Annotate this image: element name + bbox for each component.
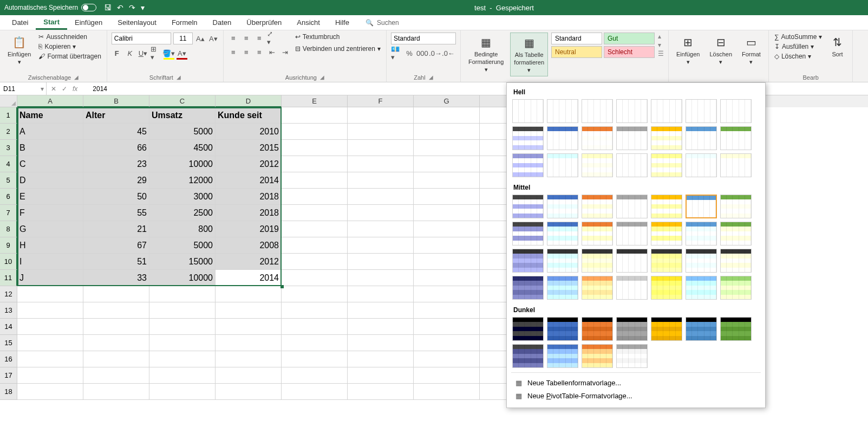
table-style-option[interactable]	[547, 195, 578, 218]
cell[interactable]	[414, 335, 480, 351]
cell[interactable]	[414, 351, 480, 367]
cell[interactable]: F	[17, 205, 83, 221]
cell[interactable]	[414, 221, 480, 237]
number-format-select[interactable]	[391, 33, 456, 44]
cell[interactable]: 66	[83, 140, 149, 156]
align-left-icon[interactable]: ≡	[228, 47, 239, 57]
cell[interactable]: Kunde seit	[216, 107, 282, 124]
cell[interactable]	[414, 367, 480, 384]
cell[interactable]	[282, 335, 348, 351]
table-style-option[interactable]	[651, 249, 682, 273]
increase-decimal-icon[interactable]: .0→	[430, 48, 441, 59]
cell[interactable]	[149, 351, 216, 367]
cell[interactable]: 4500	[149, 140, 216, 156]
tab-seitenlayout[interactable]: Seitenlayout	[110, 16, 164, 29]
chevron-down-icon[interactable]: ▾	[41, 85, 46, 93]
cell[interactable]	[149, 384, 216, 400]
table-style-option[interactable]	[582, 126, 613, 150]
cell[interactable]	[282, 156, 348, 172]
cell[interactable]: 50	[83, 189, 149, 205]
ribbon-search[interactable]: 🔍 Suchen	[366, 19, 399, 27]
row-header[interactable]: 18	[0, 384, 17, 400]
row-header[interactable]: 13	[0, 302, 17, 319]
cell[interactable]	[216, 367, 282, 384]
cell-style-gut[interactable]: Gut	[604, 33, 655, 44]
align-right-icon[interactable]: ≡	[254, 47, 265, 57]
table-style-option[interactable]	[616, 222, 648, 245]
table-style-option[interactable]	[651, 276, 682, 300]
cell[interactable]: 55	[83, 205, 149, 221]
cell[interactable]	[216, 319, 282, 335]
table-style-option[interactable]	[686, 126, 717, 150]
chevron-down-icon[interactable]: ▾	[658, 41, 664, 49]
table-style-option[interactable]	[616, 276, 648, 300]
cell[interactable]	[149, 286, 216, 302]
cell[interactable]	[414, 140, 480, 156]
align-center-icon[interactable]: ≡	[241, 47, 252, 57]
table-style-option[interactable]	[547, 126, 578, 150]
cell[interactable]	[348, 140, 414, 156]
accept-formula-icon[interactable]: ✓	[62, 85, 67, 93]
table-style-option[interactable]	[616, 249, 648, 273]
fill-handle[interactable]	[280, 285, 284, 288]
cell[interactable]: A	[17, 124, 83, 140]
row-header[interactable]: 5	[0, 172, 17, 189]
font-color-button[interactable]: A ▾	[177, 48, 187, 59]
table-style-option[interactable]	[686, 153, 717, 177]
table-style-option[interactable]	[651, 126, 682, 150]
table-style-option[interactable]	[547, 99, 578, 123]
cell[interactable]: 10000	[149, 270, 216, 286]
column-header[interactable]: A	[17, 95, 83, 107]
table-style-option[interactable]	[616, 317, 648, 341]
table-style-option[interactable]	[720, 195, 752, 218]
cell[interactable]	[348, 319, 414, 335]
cell[interactable]: 2010	[216, 124, 282, 140]
cell[interactable]	[348, 384, 414, 400]
table-style-option[interactable]	[651, 195, 682, 218]
table-style-option[interactable]	[686, 249, 717, 273]
row-header[interactable]: 7	[0, 205, 17, 221]
cell[interactable]: 23	[83, 156, 149, 172]
tab-ueberpruefen[interactable]: Überprüfen	[239, 16, 289, 29]
cell[interactable]: J	[17, 270, 83, 286]
font-size-select[interactable]	[173, 33, 193, 44]
cell[interactable]: 15000	[149, 254, 216, 270]
table-style-option[interactable]	[547, 249, 578, 273]
autosum-button[interactable]: ∑AutoSumme ▾	[773, 33, 824, 41]
tab-datei[interactable]: Datei	[4, 16, 36, 29]
cell[interactable]	[282, 237, 348, 254]
table-style-option[interactable]	[616, 195, 648, 218]
fill-button[interactable]: ↧Ausfüllen ▾	[773, 42, 824, 51]
row-header[interactable]: 9	[0, 237, 17, 254]
launcher-icon[interactable]: ◢	[177, 74, 181, 81]
cell[interactable]: 21	[83, 221, 149, 237]
italic-button[interactable]: K	[125, 48, 135, 59]
cell[interactable]	[216, 286, 282, 302]
font-name-select[interactable]	[112, 33, 171, 44]
cell[interactable]	[414, 254, 480, 270]
outdent-icon[interactable]: ⇤	[267, 47, 278, 57]
name-box[interactable]: D11▾	[0, 82, 47, 95]
cancel-formula-icon[interactable]: ✕	[51, 85, 56, 93]
cell[interactable]	[83, 302, 149, 319]
cell[interactable]	[282, 140, 348, 156]
table-style-option[interactable]	[686, 317, 717, 341]
cell[interactable]: 2018	[216, 205, 282, 221]
wrap-text-button[interactable]: ↩Textumbruch	[294, 33, 382, 41]
table-style-option[interactable]	[616, 153, 648, 177]
cell[interactable]: Alter	[83, 107, 149, 124]
cell[interactable]	[83, 319, 149, 335]
table-style-option[interactable]	[582, 317, 613, 341]
cut-button[interactable]: ✂Ausschneiden	[37, 33, 102, 41]
cell[interactable]: Name	[17, 107, 83, 124]
cell[interactable]: 2500	[149, 205, 216, 221]
undo-icon[interactable]: ↶	[117, 3, 123, 12]
cell[interactable]	[17, 335, 83, 351]
grow-font-icon[interactable]: A▴	[195, 33, 206, 44]
row-header[interactable]: 1	[0, 107, 17, 124]
sort-filter-button[interactable]: ⇅Sort	[826, 33, 848, 60]
cell[interactable]	[414, 286, 480, 302]
table-style-option[interactable]	[616, 126, 648, 150]
cell[interactable]	[282, 189, 348, 205]
cell[interactable]: 2012	[216, 254, 282, 270]
